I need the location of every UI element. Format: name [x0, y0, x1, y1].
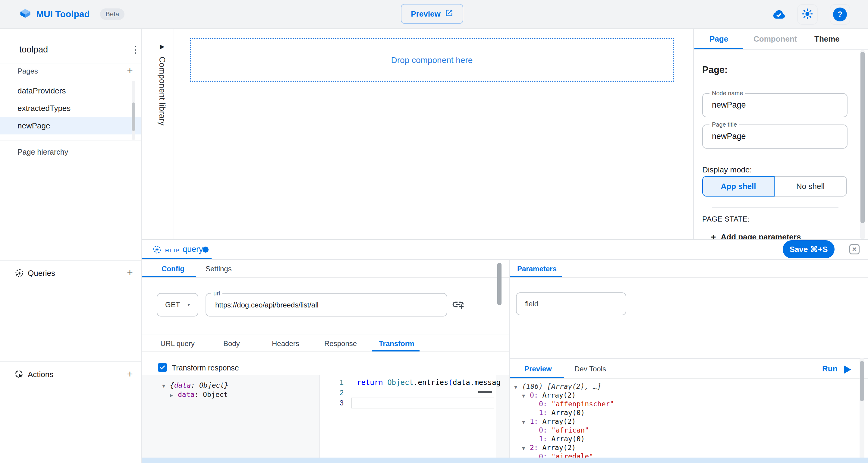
- subtabs-top-border: [142, 335, 509, 335]
- config-scrollbar-thumb[interactable]: [497, 263, 501, 305]
- pages-scrollbar-thumb[interactable]: [132, 102, 135, 131]
- sun-icon: [801, 8, 813, 21]
- horizontal-scrollbar[interactable]: [142, 458, 868, 463]
- sidebar-item-page[interactable]: dataProviders: [0, 82, 141, 99]
- help-button[interactable]: ?: [830, 4, 850, 25]
- inspector-divider: [712, 207, 838, 208]
- json-value: Array(0): [552, 409, 585, 416]
- preview-button-label: Preview: [411, 9, 440, 19]
- sidebar-item-page[interactable]: extractedTypes: [0, 99, 141, 117]
- json-tree-row[interactable]: 0: "affenpinscher": [509, 400, 856, 408]
- unsaved-changes-dot: [203, 247, 209, 253]
- sidebar-item-page[interactable]: newPage: [0, 117, 141, 134]
- tab-dev-tools[interactable]: Dev Tools: [575, 365, 606, 373]
- actions-section-label: Actions: [28, 370, 53, 379]
- add-query-button[interactable]: +: [124, 267, 135, 278]
- tree-expander-icon[interactable]: ▼: [522, 392, 530, 400]
- tab-settings[interactable]: Settings: [206, 265, 232, 273]
- run-button[interactable]: Run: [822, 364, 838, 373]
- scope-root-rest: : Object}: [191, 381, 228, 389]
- transform-response-checkbox[interactable]: [158, 363, 167, 372]
- page-hierarchy-label[interactable]: Page hierarchy: [18, 148, 68, 156]
- save-button[interactable]: Save ⌘+S: [783, 240, 835, 258]
- run-play-icon[interactable]: [844, 365, 851, 374]
- tab-transform[interactable]: Transform: [379, 339, 414, 348]
- theme-toggle-button[interactable]: [797, 4, 818, 25]
- scope-tree-child: ▶data: Object: [170, 391, 228, 399]
- add-action-button[interactable]: +: [124, 368, 135, 379]
- parameters-tabs-border: [510, 277, 868, 278]
- pages-section-label: Pages: [18, 67, 38, 75]
- chevron-down-icon: ▼: [187, 302, 191, 307]
- scope-child-key: data: [178, 391, 194, 399]
- json-tree-row[interactable]: 1: Array(0): [509, 408, 856, 417]
- component-library-label[interactable]: Component library: [157, 57, 167, 126]
- close-panel-button[interactable]: ✕: [849, 244, 860, 254]
- http-method-select[interactable]: GET ▼: [157, 293, 198, 316]
- tab-body[interactable]: Body: [223, 339, 240, 348]
- json-value: (106) [Array(2), …]: [522, 382, 601, 390]
- tab-page[interactable]: Page: [710, 34, 728, 44]
- tab-component[interactable]: Component: [753, 34, 797, 44]
- tree-expander-icon[interactable]: ▼: [522, 444, 530, 453]
- inspector-scrollbar-thumb[interactable]: [861, 52, 865, 223]
- config-tabs-border: [142, 277, 509, 278]
- json-tree-row[interactable]: ▼(106) [Array(2), …]: [509, 382, 856, 391]
- page-title-field[interactable]: Page title newPage: [702, 124, 847, 149]
- scope-tree-root: ▼{data: Object}: [162, 381, 228, 389]
- add-page-button[interactable]: +: [124, 65, 135, 76]
- node-name-field[interactable]: Node name newPage: [702, 93, 847, 117]
- preview-button[interactable]: Preview: [401, 4, 463, 24]
- triangle-down-icon[interactable]: ▼: [162, 383, 170, 389]
- display-mode-label: Display mode:: [702, 165, 752, 175]
- tab-parameters[interactable]: Parameters: [517, 265, 557, 273]
- tab-response[interactable]: Response: [324, 339, 357, 348]
- code-editor[interactable]: 1 2 3 return Object.entries(data.messag: [319, 375, 496, 458]
- json-tree-row[interactable]: ▼2: Array(2): [509, 443, 856, 452]
- result-json-tree: ▼(106) [Array(2), …] ▼0: Array(2) 0: "af…: [509, 382, 856, 458]
- code-token: .entries: [413, 378, 448, 387]
- canvas-dropzone[interactable]: Drop component here: [190, 38, 674, 82]
- http-method-value: GET: [165, 301, 180, 309]
- line-number-1: 1: [320, 377, 344, 388]
- plus-icon: +: [711, 232, 716, 239]
- tab-theme[interactable]: Theme: [814, 34, 840, 44]
- code-line-1: return Object.entries(data.messag: [357, 377, 501, 388]
- preview-scrollbar-thumb[interactable]: [860, 361, 864, 401]
- tab-url-query[interactable]: URL query: [160, 339, 195, 348]
- add-page-parameters-button[interactable]: + Add page parameters: [711, 232, 801, 239]
- page-state-label: PAGE STATE:: [702, 215, 750, 223]
- preview-section-top-border: [510, 358, 868, 359]
- display-mode-app-shell-button[interactable]: App shell: [702, 176, 775, 196]
- add-binding-link-icon[interactable]: [452, 298, 465, 311]
- tab-headers[interactable]: Headers: [272, 339, 299, 348]
- query-tabs-border: [142, 259, 868, 260]
- node-name-value: newPage: [712, 100, 746, 110]
- parameter-field-input[interactable]: field: [516, 292, 626, 315]
- json-tree-row[interactable]: 0: "african": [509, 426, 856, 435]
- scope-open: {: [170, 381, 174, 389]
- page-label: dataProviders: [18, 86, 66, 95]
- json-tree-row[interactable]: 1: Array(0): [509, 435, 856, 443]
- app-title: MUI Toolpad: [36, 9, 90, 19]
- json-key: 2:: [530, 444, 542, 452]
- toolpad-app-window: MUI Toolpad Beta Preview ? toolpad ⋮ Pag…: [0, 0, 868, 463]
- project-menu-button[interactable]: ⋮: [129, 43, 142, 56]
- component-library-expand-icon[interactable]: ▶: [156, 40, 168, 53]
- tree-expander-icon[interactable]: ▼: [514, 383, 522, 392]
- tab-preview[interactable]: Preview: [524, 365, 552, 373]
- actions-icon: [14, 370, 24, 379]
- json-key: 0:: [539, 426, 552, 434]
- json-tree-row[interactable]: ▼1: Array(2): [509, 417, 856, 426]
- json-tree-row[interactable]: 0: "airedale": [509, 452, 856, 458]
- sidebar-divider: [0, 260, 141, 261]
- tree-expander-icon[interactable]: ▼: [522, 418, 530, 427]
- page-label: extractedTypes: [18, 104, 70, 113]
- triangle-right-icon[interactable]: ▶: [170, 392, 178, 398]
- url-input[interactable]: url https://dog.ceo/api/breeds/list/all: [206, 293, 447, 316]
- json-tree-row[interactable]: ▼0: Array(2): [509, 391, 856, 400]
- help-icon: ?: [833, 7, 847, 22]
- tab-config[interactable]: Config: [161, 265, 184, 273]
- display-mode-no-shell-button[interactable]: No shell: [775, 176, 847, 196]
- query-tab[interactable]: query: [183, 245, 203, 254]
